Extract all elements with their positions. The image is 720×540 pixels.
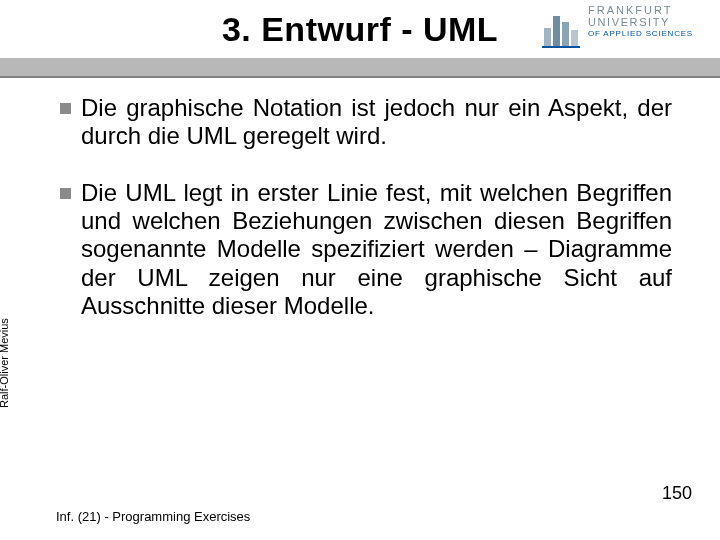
bullet-text: Die UML legt in erster Linie fest, mit w…: [81, 179, 672, 321]
bullet-text: Die graphische Notation ist jedoch nur e…: [81, 94, 672, 151]
logo-line1: FRANKFURT: [588, 4, 693, 16]
svg-rect-3: [571, 30, 578, 46]
header-divider-bar: [0, 58, 720, 78]
logo-line3: OF APPLIED SCIENCES: [588, 29, 693, 38]
university-logo: FRANKFURT UNIVERSITY OF APPLIED SCIENCES: [540, 4, 708, 52]
page-number: 150: [662, 483, 692, 504]
svg-rect-1: [553, 16, 560, 46]
list-item: Die UML legt in erster Linie fest, mit w…: [60, 179, 672, 321]
svg-rect-4: [542, 46, 580, 48]
svg-rect-0: [544, 28, 551, 46]
logo-mark-icon: [540, 6, 582, 48]
logo-line2: UNIVERSITY: [588, 16, 693, 28]
author-label: Ralf-Oliver Mevius: [0, 318, 10, 408]
footer-text: Inf. (21) - Programming Exercises: [56, 509, 250, 524]
bullet-icon: [60, 103, 71, 114]
content-area: Die graphische Notation ist jedoch nur e…: [60, 94, 672, 348]
svg-rect-2: [562, 22, 569, 46]
footer: Inf. (21) - Programming Exercises: [56, 509, 676, 524]
list-item: Die graphische Notation ist jedoch nur e…: [60, 94, 672, 151]
bullet-icon: [60, 188, 71, 199]
logo-text: FRANKFURT UNIVERSITY OF APPLIED SCIENCES: [588, 4, 693, 38]
slide: 3. Entwurf - UML FRANKFURT UNIVERSITY OF…: [0, 0, 720, 540]
